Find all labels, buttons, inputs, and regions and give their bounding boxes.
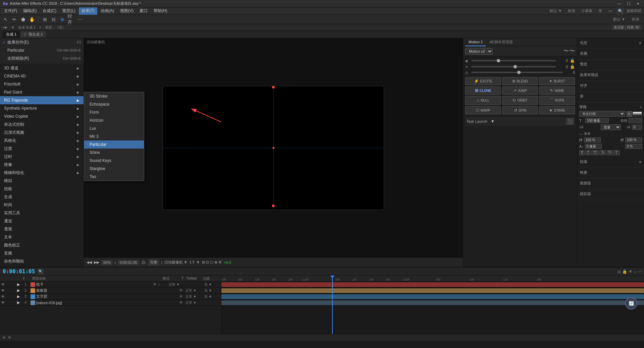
effect-expression-ctrl[interactable]: 表达式控制 ▶ <box>0 120 84 128</box>
remove-all-item[interactable]: 全部移除(R) Ctrl+Shift+E <box>0 54 84 62</box>
orbit-button[interactable]: ↻ ORBIT <box>502 96 538 105</box>
comp-tab-2[interactable]: ▷ 预合成 2 <box>20 31 46 38</box>
menu-window[interactable]: 窗口 <box>137 7 150 15</box>
close-button[interactable]: ✕ <box>635 0 641 7</box>
timeline-lock-btn[interactable]: 🔒 <box>622 269 627 274</box>
ae-script-tab[interactable]: AE脚本管理器 <box>486 38 516 46</box>
font-family-select[interactable]: 华文行楷 <box>579 111 625 117</box>
mode-2[interactable]: 正常 ▼ <box>184 288 204 293</box>
submenu-sound-keys[interactable]: Sound Keys <box>84 157 144 165</box>
effect-generate[interactable]: 生成 <box>0 193 84 201</box>
tool-more[interactable]: ⋯ <box>76 16 84 23</box>
tracking-value-input[interactable] <box>632 125 642 130</box>
effect-immersive-video[interactable]: 沉浸式视频 ▶ <box>0 128 84 136</box>
tracking-type-select[interactable]: 度量 <box>601 124 621 130</box>
timeline-playhead[interactable] <box>332 276 333 334</box>
effect-blur[interactable]: 模糊和锐化 ▶ <box>0 169 84 177</box>
expand-icon-1[interactable]: ◉ <box>465 59 469 63</box>
format-smallcaps[interactable]: Tr <box>599 150 606 155</box>
tool-align[interactable]: ⊞ <box>41 16 49 23</box>
effect-matte[interactable]: 遮罩 <box>0 265 84 267</box>
timeline-eye-btn[interactable]: 👁 <box>629 269 633 274</box>
mode-4[interactable]: 正常 ▼ <box>184 300 204 305</box>
maximize-button[interactable]: ☐ <box>625 0 632 7</box>
stare-button[interactable]: ★ STARE <box>539 106 575 114</box>
effect-cinema4d[interactable]: CINEMA 4D ▶ <box>0 72 84 80</box>
effect-color-correction[interactable]: 颜色校正 <box>0 241 84 249</box>
minimize-button[interactable]: — <box>616 0 623 7</box>
task-launch-btn[interactable]: ⬛ <box>566 118 574 124</box>
effect-frischluft[interactable]: Frischluft ▶ <box>0 80 84 88</box>
eye-3[interactable]: 👁 <box>0 295 6 298</box>
spin-button[interactable]: ↺ SPIN <box>502 106 538 114</box>
baseline-input[interactable] <box>585 144 602 149</box>
status-icon-1[interactable]: ⊕ <box>3 336 5 339</box>
search-btn[interactable]: 🔍 <box>616 7 624 15</box>
jump-button[interactable]: ↗ JUMP <box>502 86 538 95</box>
slider-1[interactable] <box>471 60 556 61</box>
submenu-horizon[interactable]: Horizon <box>84 116 144 124</box>
effect-noise-grain[interactable]: 杂色和颗粒 <box>0 257 84 265</box>
comp-tab-1[interactable]: 合成 1 <box>3 31 20 38</box>
tool-pen[interactable]: ✏ <box>11 16 18 23</box>
effect-text[interactable]: 文本 <box>0 233 84 241</box>
format-super[interactable]: T² <box>607 150 613 155</box>
scale-h-input[interactable] <box>584 137 601 142</box>
timeline-more-btn[interactable]: ⋯ <box>637 269 641 274</box>
menu-composition[interactable]: 合成(C) <box>40 7 59 15</box>
tool-select[interactable]: ↖ <box>2 16 9 23</box>
font-pencil-btn[interactable]: ✎ <box>627 111 632 117</box>
effect-distort[interactable]: 扭曲 <box>0 185 84 193</box>
submenu-mir3[interactable]: Mir 3 <box>84 132 144 140</box>
eye-1[interactable]: 👁 <box>0 283 6 286</box>
tsume-input[interactable] <box>625 144 642 149</box>
paragraph-menu-icon[interactable]: ≡ <box>639 160 641 164</box>
tool-snap[interactable]: ⊕ <box>59 16 66 23</box>
blend-button[interactable]: ⊕ BLEND <box>502 77 538 85</box>
effect-transition[interactable]: 过渡 ▶ <box>0 144 84 153</box>
lock-icon-1[interactable]: 🔒 <box>570 58 575 63</box>
menu-help[interactable]: 帮助(H) <box>151 7 170 15</box>
lock-icon-2[interactable]: 🔒 <box>570 64 575 69</box>
mode-1[interactable]: 正常 ▼ <box>167 282 187 287</box>
submenu-particular[interactable]: Particular <box>84 140 144 149</box>
slider-thumb-3[interactable] <box>517 71 521 74</box>
effect-time[interactable]: 时间 <box>0 201 84 209</box>
effect-3d-channel[interactable]: 3D 通道 ▶ <box>0 64 84 72</box>
effect-simulate[interactable]: 模拟 <box>0 177 84 185</box>
motion2-tab[interactable]: Motion 2 <box>465 38 486 46</box>
effect-rg-trapcode[interactable]: RG Trapcode ▶ <box>0 96 84 104</box>
submenu-3d-stroke[interactable]: 3D Stroke <box>84 92 144 100</box>
submenu-lux[interactable]: Lux <box>84 124 144 132</box>
effect-utility[interactable]: 实用工具 <box>0 209 84 217</box>
clone-button[interactable]: ⊞ CLONE <box>465 86 501 95</box>
burst-button[interactable]: ✦ BURST <box>539 77 575 85</box>
format-allcaps[interactable]: TT <box>591 150 599 155</box>
menu-animation[interactable]: 动画(A) <box>98 7 117 15</box>
excite-button[interactable]: ⚡ EXCITE <box>465 77 501 85</box>
submenu-shine[interactable]: Shine <box>84 149 144 157</box>
motion-version-select[interactable]: Motion v2 <box>465 48 493 55</box>
effect-video-copilot[interactable]: Video Copilot ▶ <box>0 112 84 120</box>
slider-2[interactable] <box>471 66 556 67</box>
effect-perspective[interactable]: 透视 <box>0 225 84 233</box>
menu-edit[interactable]: 编辑(E) <box>20 7 39 15</box>
effect-audio[interactable]: 音频 <box>0 249 84 257</box>
scale-v-input[interactable] <box>625 137 642 142</box>
timecode-display[interactable]: 0:00:01:05 <box>118 260 139 265</box>
tool-distribute[interactable]: ⊟ <box>50 16 57 23</box>
rope-button[interactable]: ⌒ ROPE <box>539 96 575 105</box>
task-launch-expand[interactable]: ▼ <box>491 119 495 124</box>
zoom-control[interactable]: 50% <box>101 260 113 265</box>
motion-trail-icon[interactable]: 🔄 <box>625 297 637 309</box>
timeline-audio-btn[interactable]: ♪ <box>634 269 636 274</box>
status-icon-2[interactable]: ⚙ <box>8 336 11 339</box>
char-panel-menu[interactable]: ≡ <box>640 105 642 109</box>
info-expand-icon[interactable]: ≡ <box>639 41 641 45</box>
effect-synthetic-aperture[interactable]: Synthetic Aperture ▶ <box>0 104 84 112</box>
expand-icon-3[interactable]: ◎ <box>465 71 469 74</box>
menu-view[interactable]: 视图(V) <box>117 7 136 15</box>
font-color-swatch[interactable] <box>633 112 642 116</box>
timeline-solo-btn[interactable]: ◎ <box>618 269 621 274</box>
leading-input[interactable] <box>629 118 642 123</box>
